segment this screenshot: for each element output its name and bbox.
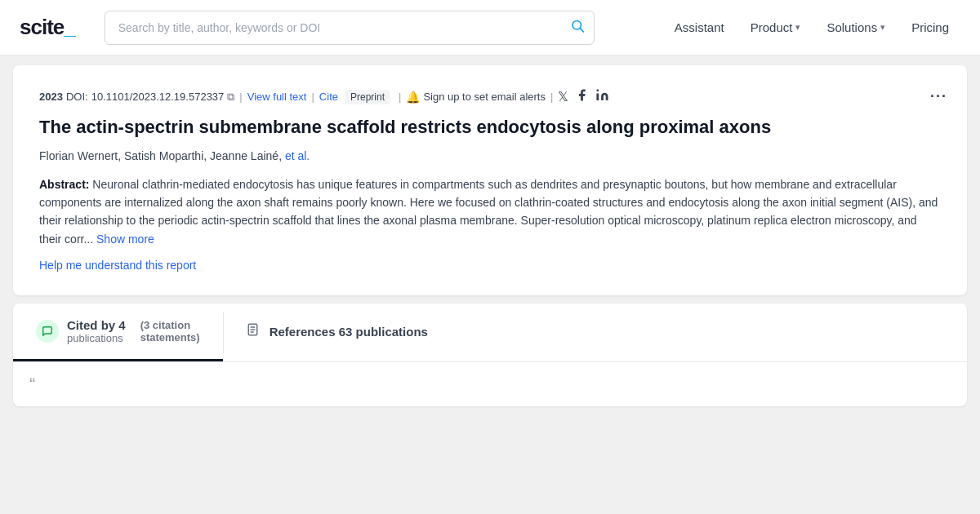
meta-line: 2023 DOI: 10.1101/2023.12.19.572337 ⧉ | … — [39, 88, 941, 105]
nav-item-assistant[interactable]: Assistant — [663, 14, 736, 41]
product-chevron-icon: ▾ — [795, 22, 800, 33]
show-more-link[interactable]: Show more — [96, 233, 154, 246]
more-options-button[interactable]: ··· — [930, 88, 947, 105]
tabs-body: “ — [13, 362, 967, 406]
facebook-icon[interactable] — [575, 88, 589, 105]
tabs-card: Cited by 4 publications (3 citation stat… — [13, 304, 967, 406]
preprint-badge: Preprint — [345, 90, 390, 104]
nav-item-solutions[interactable]: Solutions ▾ — [815, 14, 897, 41]
view-full-text-link[interactable]: View full text — [247, 91, 307, 103]
alert-text[interactable]: Sign up to set email alerts — [423, 91, 546, 103]
help-link[interactable]: Help me understand this report — [39, 259, 196, 272]
authors-text: Florian Wernert, Satish Moparthi, Jeanne… — [39, 149, 278, 162]
tab-references[interactable]: References 63 publications — [224, 304, 451, 361]
cited-by-text: Cited by 4 publications — [67, 318, 126, 344]
nav-item-pricing[interactable]: Pricing — [900, 14, 960, 41]
article-title: The actin-spectrin submembrane scaffold … — [39, 115, 941, 140]
search-bar — [105, 11, 595, 45]
references-icon — [247, 322, 261, 340]
social-icons: 𝕏 — [558, 88, 609, 105]
authors-et-al-link[interactable]: et al. — [285, 149, 310, 162]
header: scite_ Assistant Product ▾ Solutions ▾ P… — [0, 0, 980, 55]
search-icon[interactable] — [570, 18, 585, 37]
abstract-text: Neuronal clathrin-mediated endocytosis h… — [39, 178, 938, 246]
cited-by-icon — [36, 320, 59, 343]
nav-item-product[interactable]: Product ▾ — [739, 14, 813, 41]
references-label: References 63 publications — [270, 325, 428, 339]
solutions-chevron-icon: ▾ — [880, 22, 885, 33]
article-card: 2023 DOI: 10.1101/2023.12.19.572337 ⧉ | … — [13, 65, 967, 295]
main-content: 2023 DOI: 10.1101/2023.12.19.572337 ⧉ | … — [0, 55, 980, 514]
bell-icon: 🔔 — [406, 91, 420, 104]
doi-value: 10.1101/2023.12.19.572337 — [91, 91, 225, 103]
cited-by-main-label: Cited by 4 — [67, 318, 126, 332]
tabs-header: Cited by 4 publications (3 citation stat… — [13, 304, 967, 362]
tab-cited-by[interactable]: Cited by 4 publications (3 citation stat… — [13, 304, 223, 361]
linkedin-icon[interactable] — [595, 88, 609, 105]
logo[interactable]: scite_ — [20, 15, 75, 40]
article-year: 2023 — [39, 91, 63, 103]
citation-statements-2: statements) — [140, 331, 200, 343]
svg-line-1 — [580, 28, 583, 31]
cited-by-sub-label: publications — [67, 332, 126, 344]
doi-label: DOI: — [66, 91, 88, 103]
twitter-icon[interactable]: 𝕏 — [558, 89, 568, 104]
search-input[interactable] — [105, 11, 595, 45]
abstract: Abstract: Neuronal clathrin-mediated end… — [39, 175, 941, 249]
logo-underscore: _ — [64, 15, 74, 39]
nav: Assistant Product ▾ Solutions ▾ Pricing — [663, 14, 960, 41]
citation-statements-1: (3 citation — [140, 319, 190, 331]
svg-point-2 — [597, 89, 599, 91]
quote-icon: “ — [29, 375, 35, 393]
abstract-label: Abstract: — [39, 178, 89, 191]
copy-icon[interactable]: ⧉ — [227, 91, 234, 104]
cite-link[interactable]: Cite — [319, 91, 338, 103]
authors: Florian Wernert, Satish Moparthi, Jeanne… — [39, 149, 941, 162]
